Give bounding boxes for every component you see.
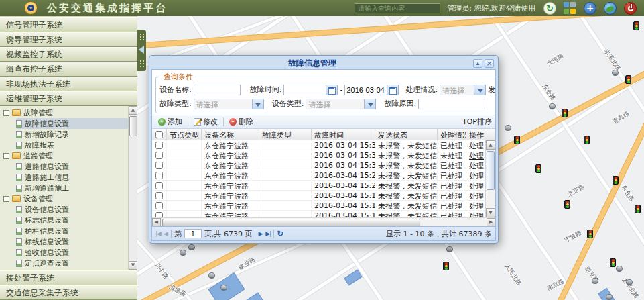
row-checkbox[interactable] bbox=[155, 202, 163, 209]
globe-icon[interactable] bbox=[604, 2, 617, 15]
camera-marker[interactable] bbox=[549, 103, 556, 109]
calendar-icon[interactable] bbox=[387, 85, 399, 95]
camera-marker[interactable] bbox=[446, 246, 453, 252]
sidebar-item-investigation[interactable]: 缉查布控子系统 bbox=[0, 62, 137, 77]
table-row[interactable]: 东仓路宁波路 2016-03-04 15:30:00未报警，未发短信 已处理处理 bbox=[152, 140, 495, 150]
sidebar-collapse-handle[interactable] bbox=[137, 30, 146, 71]
scroll-up-icon[interactable]: ▲ bbox=[129, 106, 137, 115]
col-fault-time[interactable]: 故障时间 bbox=[312, 129, 375, 140]
table-row[interactable]: 东仓路宁波路 2016-03-04 15:22:50未报警，未发短信 已处理处理 bbox=[152, 181, 495, 191]
collapse-toggle-icon[interactable] bbox=[3, 196, 9, 202]
scrollbar-thumb[interactable] bbox=[129, 116, 137, 136]
row-checkbox[interactable] bbox=[155, 172, 163, 179]
camera-marker[interactable] bbox=[188, 244, 195, 250]
refresh-grid-icon[interactable] bbox=[277, 229, 283, 238]
select-all-checkbox[interactable] bbox=[155, 131, 163, 138]
sidebar-item-guidance[interactable]: 诱导管理子系统 bbox=[0, 32, 137, 47]
last-page-button[interactable] bbox=[265, 230, 271, 237]
scroll-down-icon[interactable]: ▼ bbox=[129, 261, 137, 270]
fault-reason-input[interactable] bbox=[418, 99, 485, 109]
traffic-light-marker[interactable] bbox=[535, 164, 541, 173]
traffic-light-marker[interactable] bbox=[443, 262, 449, 270]
camera-marker[interactable] bbox=[606, 294, 613, 300]
collapse-window-icon[interactable] bbox=[473, 59, 482, 68]
camera-marker[interactable] bbox=[505, 125, 511, 131]
delete-button[interactable]: -删除 bbox=[227, 116, 256, 128]
camera-marker[interactable] bbox=[626, 279, 633, 285]
device-type-select[interactable]: 请选择 bbox=[306, 99, 376, 109]
row-checkbox[interactable] bbox=[155, 152, 163, 159]
collapse-toggle-icon[interactable] bbox=[3, 153, 9, 159]
camera-marker[interactable] bbox=[616, 266, 623, 272]
power-logout-icon[interactable] bbox=[624, 2, 637, 15]
grid-horizontal-scrollbar[interactable]: ◀ ▶ bbox=[152, 217, 495, 226]
close-window-icon[interactable] bbox=[485, 59, 494, 68]
traffic-light-marker[interactable] bbox=[584, 136, 590, 144]
tree-item-server-network[interactable]: 服务器网络信息 bbox=[16, 268, 128, 270]
scrollbar-thumb[interactable] bbox=[487, 151, 495, 190]
col-device-name[interactable]: 设备名称 bbox=[202, 129, 259, 140]
apps-grid-icon[interactable] bbox=[564, 2, 576, 15]
add-button[interactable]: +添加 bbox=[155, 116, 185, 128]
sidebar-item-maintenance[interactable]: 运维管理子系统 bbox=[0, 91, 137, 106]
scroll-up-icon[interactable]: ▲ bbox=[486, 140, 495, 150]
col-fault-type[interactable]: 故障类型 bbox=[259, 129, 312, 140]
tree-item-new-road-construction[interactable]: 新增道路施工 bbox=[16, 183, 128, 193]
tree-item-fault-report[interactable]: 故障报表 bbox=[16, 140, 128, 150]
traffic-light-marker[interactable] bbox=[514, 136, 520, 144]
table-row[interactable]: 东仓路宁波路 2016-03-04 15:30:00未报警，未发短信 已处理处理 bbox=[152, 160, 495, 170]
handle-status-select[interactable]: 请选择 bbox=[440, 85, 486, 95]
table-row[interactable]: 东仓路宁波路 2016-03-04 15:17:01未报警，未发短信 已处理处理 bbox=[152, 201, 495, 211]
table-row[interactable]: 东仓路宁波路 2016-03-04 15:30:00未报警，未发短信 未处理处理 bbox=[152, 150, 495, 160]
first-page-button[interactable] bbox=[155, 230, 161, 237]
tree-folder-device[interactable]: 设备管理 bbox=[3, 193, 128, 204]
scroll-left-icon[interactable]: ◀ bbox=[152, 218, 161, 226]
tree-scrollbar[interactable]: ▲ ▼ bbox=[128, 106, 137, 270]
col-handle-status[interactable]: 处理情况 bbox=[438, 129, 466, 140]
global-search-input[interactable] bbox=[355, 3, 440, 13]
fault-type-select[interactable]: 请选择 bbox=[194, 99, 264, 109]
page-number-input[interactable] bbox=[184, 229, 202, 238]
row-checkbox[interactable] bbox=[155, 162, 163, 169]
camera-marker[interactable] bbox=[612, 70, 619, 76]
row-checkbox[interactable] bbox=[155, 212, 163, 217]
traffic-light-marker[interactable] bbox=[610, 258, 616, 267]
traffic-light-marker[interactable] bbox=[625, 75, 631, 84]
table-row[interactable]: 东仓路宁波路 2016-03-04 15:17:01未报警，未发短信 已处理处理 bbox=[152, 191, 495, 201]
traffic-light-marker[interactable] bbox=[562, 109, 568, 117]
sidebar-item-dispatch[interactable]: 接处警子系统 bbox=[0, 270, 137, 285]
scrollbar-thumb[interactable] bbox=[162, 219, 420, 226]
row-checkbox[interactable] bbox=[155, 192, 163, 199]
tree-item-acceptance-info[interactable]: 验收信息设置 bbox=[16, 247, 128, 258]
edit-button[interactable]: 修改 bbox=[191, 116, 220, 128]
top-sort-label[interactable]: TOP排序 bbox=[462, 117, 492, 127]
prev-page-button[interactable] bbox=[164, 230, 168, 237]
collapse-toggle-icon[interactable] bbox=[3, 110, 9, 116]
tree-item-road-construction-info[interactable]: 道路施工信息 bbox=[16, 172, 128, 183]
chevron-down-icon[interactable] bbox=[474, 85, 486, 95]
sidebar-item-enforcement[interactable]: 非现场执法子系统 bbox=[0, 77, 137, 91]
add-icon[interactable]: + bbox=[584, 2, 596, 15]
traffic-light-marker[interactable] bbox=[613, 176, 619, 185]
scroll-down-icon[interactable]: ▼ bbox=[486, 208, 495, 217]
handle-link[interactable]: 处理 bbox=[466, 150, 485, 160]
tree-item-sign-info[interactable]: 标志信息设置 bbox=[16, 215, 128, 226]
chevron-down-icon[interactable] bbox=[253, 99, 264, 109]
tree-item-marking-info[interactable]: 标线信息设置 bbox=[16, 236, 128, 247]
refresh-icon[interactable]: ↻ bbox=[543, 2, 556, 15]
chevron-down-icon[interactable] bbox=[365, 99, 376, 109]
fault-time-from-input[interactable] bbox=[283, 85, 326, 95]
tree-folder-fault[interactable]: 故障管理 bbox=[3, 107, 128, 118]
row-checkbox[interactable] bbox=[155, 182, 163, 189]
scroll-right-icon[interactable]: ▶ bbox=[487, 218, 495, 226]
tree-item-new-fault-record[interactable]: 新增故障记录 bbox=[16, 129, 128, 140]
window-titlebar[interactable]: 故障信息管理 bbox=[151, 57, 496, 69]
map-canvas[interactable]: 大连路 丰溪北路 东仓路 青岛路 北京路 东仓路 宁波路 人民北路 南京路 南京… bbox=[137, 16, 644, 300]
tree-item-device-info[interactable]: 设备信息设置 bbox=[16, 204, 128, 215]
sidebar-item-traffic-collection[interactable]: 交通信息采集子系统 bbox=[0, 285, 137, 300]
tree-folder-road[interactable]: 道路管理 bbox=[3, 150, 128, 161]
col-node-type[interactable]: 节点类型 bbox=[167, 129, 202, 140]
table-row[interactable]: 东仓路宁波路 2016-03-04 15:27:00未报警，未发短信 已处理处理 bbox=[152, 170, 495, 181]
fault-time-to-input[interactable] bbox=[344, 85, 387, 95]
row-checkbox[interactable] bbox=[155, 142, 163, 149]
